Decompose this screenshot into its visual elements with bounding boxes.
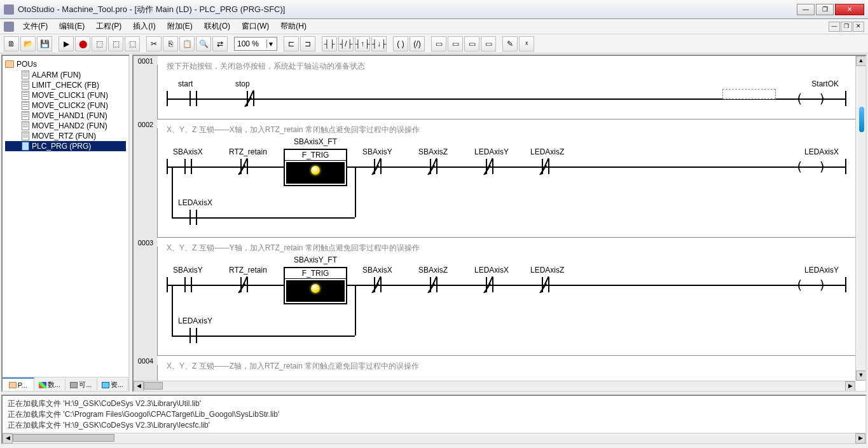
contact-no[interactable] <box>184 159 192 174</box>
contact-nc[interactable] <box>430 159 437 174</box>
ladder-canvas[interactable]: 0001按下开始按钮，关闭急停按钮，系统处于轴运动的准备状态startstop(… <box>158 56 855 381</box>
maximize-button[interactable]: ❐ <box>816 4 834 15</box>
contact-nc[interactable] <box>247 91 254 106</box>
new-button[interactable]: 🗎 <box>4 36 19 51</box>
menu-online[interactable]: 联机(O) <box>199 20 235 33</box>
run-button[interactable]: ▶ <box>59 36 74 51</box>
toolbar: 🗎 📂 💾 ▶ ⬤ ⬚ ⬚ ⬚ ✂ ⎘ 📋 🔍 ⇄ 100 % ▾ ⊏ ⊐ ┤├… <box>0 34 868 53</box>
tree-item[interactable]: ALARM (FUN) <box>5 70 126 80</box>
coil[interactable]: ( ) <box>796 92 830 105</box>
message-scrollbar[interactable]: ◀ ▶ <box>3 433 865 443</box>
tree-item[interactable]: MOVE_CLICK2 (FUN) <box>5 100 126 111</box>
contact-no[interactable] <box>184 277 192 292</box>
menu-insert[interactable]: 插入(I) <box>128 20 160 33</box>
var-icon: ᵡ <box>525 39 528 48</box>
msg-scroll-left[interactable]: ◀ <box>3 433 13 444</box>
tree-item[interactable]: MOVE_HAND2 (FUN) <box>5 121 126 131</box>
contact-nc[interactable] <box>486 277 493 292</box>
contact-nc[interactable] <box>240 159 248 174</box>
horizontal-scrollbar[interactable]: ◀ ▶ <box>134 381 855 391</box>
save-button[interactable]: 💾 <box>37 36 52 51</box>
replace-button[interactable]: ⇄ <box>212 36 228 51</box>
mdi-minimize[interactable]: — <box>829 22 840 32</box>
menu-help[interactable]: 帮助(H) <box>275 20 312 33</box>
coil-label: LEDAxisX <box>804 147 839 156</box>
fb-pin-out: Q <box>338 163 344 170</box>
scroll-right-button[interactable]: ▶ <box>845 381 855 391</box>
coil[interactable]: ( ) <box>796 278 830 291</box>
ld-tool-1[interactable]: ⊏ <box>284 36 299 51</box>
contact-nc[interactable] <box>374 277 382 292</box>
menu-file[interactable]: 文件(F) <box>18 20 53 33</box>
menu-window[interactable]: 窗口(W) <box>237 20 274 33</box>
copy-icon: ⎘ <box>169 39 173 48</box>
coil-button[interactable]: ( ) <box>393 36 408 51</box>
scroll-up-button[interactable]: ▲ <box>856 56 865 66</box>
scroll-thumb[interactable] <box>144 382 163 390</box>
tree-tabs: P... 数... 可... 资... <box>3 377 128 391</box>
contact-no[interactable] <box>189 91 197 106</box>
tool-b[interactable]: ⬚ <box>108 36 123 51</box>
ld-tool-2[interactable]: ⊐ <box>300 36 315 51</box>
minimize-button[interactable]: — <box>797 4 815 15</box>
contact-nc[interactable] <box>542 277 549 292</box>
function-block[interactable]: SBAxisY_FTF_TRIGCLKQ <box>284 267 347 304</box>
scroll-left-button[interactable]: ◀ <box>134 381 144 391</box>
contact-nc[interactable] <box>430 277 437 292</box>
tool-c[interactable]: ⬚ <box>125 36 140 51</box>
tree-item[interactable]: LIMIT_CHECK (FB) <box>5 80 126 90</box>
fb-button-2[interactable]: ▭ <box>448 36 463 51</box>
contact-nc[interactable] <box>542 159 549 174</box>
scroll-indicator <box>859 107 864 132</box>
coil[interactable]: ( ) <box>796 160 830 173</box>
tree-item[interactable]: MOVE_HAND1 (FUN) <box>5 111 126 121</box>
msg-scroll-thumb[interactable] <box>13 434 114 442</box>
contact-nc[interactable] <box>374 159 382 174</box>
fb-button-3[interactable]: ▭ <box>464 36 479 51</box>
tree-root[interactable]: POUs <box>5 60 126 69</box>
find-button[interactable]: 🔍 <box>196 36 211 51</box>
msg-scroll-right[interactable]: ▶ <box>855 433 865 444</box>
fb-button-4[interactable]: ▭ <box>481 36 496 51</box>
mdi-restore[interactable]: ❐ <box>841 22 852 32</box>
value-box[interactable] <box>722 89 776 99</box>
tab-data-label: 数... <box>48 380 60 390</box>
contact-p-button[interactable]: ┤↑├ <box>355 36 370 51</box>
tree-item[interactable]: MOVE_CLICK1 (FUN) <box>5 90 126 100</box>
tree-tab-pou[interactable]: P... <box>3 377 34 391</box>
vertical-scrollbar[interactable]: ▲ ▼ <box>855 56 865 381</box>
fb-button-1[interactable]: ▭ <box>431 36 446 51</box>
contact-nc-button[interactable]: ┤/├ <box>338 36 354 51</box>
tool-a[interactable]: ⬚ <box>92 36 107 51</box>
rung: 0004X、Y、Z 互锁——Z轴，加入RTZ_retain 常闭触点避免回零过程… <box>158 356 855 381</box>
coil-neg-button[interactable]: (/) <box>410 36 425 51</box>
cut-button[interactable]: ✂ <box>146 36 162 51</box>
scroll-down-button[interactable]: ▼ <box>856 370 865 381</box>
fb-type: F_TRIG <box>285 268 346 279</box>
message-body[interactable]: 正在加载库文件 'H:\9_GSK\CoDeSys V2.3\Library\U… <box>3 396 865 433</box>
zoom-combo[interactable]: 100 % ▾ <box>234 37 277 51</box>
edit-tool-2[interactable]: ᵡ <box>519 36 534 51</box>
tree-tab-vis[interactable]: 可... <box>65 377 97 391</box>
open-button[interactable]: 📂 <box>20 36 36 51</box>
stop-button[interactable]: ⬤ <box>75 36 90 51</box>
tree-tab-data[interactable]: 数... <box>34 377 66 391</box>
paste-button[interactable]: 📋 <box>179 36 195 51</box>
tree-item[interactable]: PLC_PRG (PRG) <box>5 141 126 151</box>
function-block[interactable]: SBAxisX_FTF_TRIGCLKQ <box>284 149 347 186</box>
mdi-close[interactable]: ✕ <box>853 22 864 32</box>
contact-nc[interactable] <box>486 159 493 174</box>
fb-pin-in: CLK <box>287 163 300 170</box>
tree-item[interactable]: MOVE_RTZ (FUN) <box>5 131 126 141</box>
pencil-icon: ✎ <box>507 39 513 48</box>
close-button[interactable]: ✕ <box>835 4 864 15</box>
copy-button[interactable]: ⎘ <box>163 36 178 51</box>
edit-tool-1[interactable]: ✎ <box>502 36 518 51</box>
contact-nc[interactable] <box>240 277 248 292</box>
contact-n-button[interactable]: ┤↓├ <box>371 36 387 51</box>
menu-addon[interactable]: 附加(E) <box>162 20 198 33</box>
menu-edit[interactable]: 编辑(E) <box>54 20 90 33</box>
tree-tab-res[interactable]: 资... <box>97 377 129 391</box>
menu-project[interactable]: 工程(P) <box>91 20 127 33</box>
contact-no-button[interactable]: ┤├ <box>322 36 337 51</box>
